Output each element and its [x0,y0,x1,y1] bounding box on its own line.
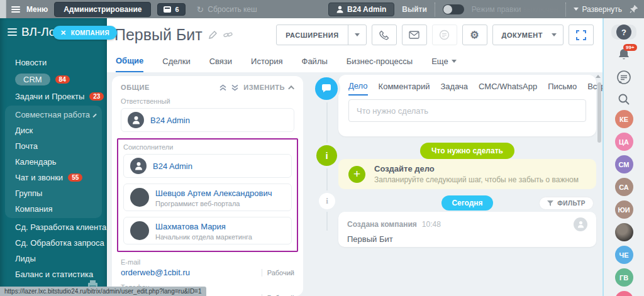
tab-sms-whatsapp[interactable]: СМС/WhatsApp [479,82,537,95]
reset-cache-label: Сбросить кеш [208,5,257,14]
collapse-all-icon[interactable] [219,84,226,91]
today-badge[interactable]: Сегодня [441,195,492,211]
sidebar-item-groups[interactable]: Группы [5,185,102,201]
fullscreen-icon [576,30,586,40]
plus-icon[interactable]: + [348,166,365,183]
user-avatar[interactable]: КЕ [615,110,633,128]
sidebar-item-company[interactable]: Компания [5,201,102,217]
company-badge-label: КОМПАНИЯ [71,30,109,36]
coexecutor-row[interactable]: Шахматова Мария Начальник отдела маркети… [123,217,292,244]
menu-button[interactable]: Меню [26,5,48,14]
event-author-avatar[interactable] [574,217,587,231]
sidebar: ВЛ-Лод ✕ КОМПАНИЯ Новости CRM 84 Задачи … [0,18,107,296]
responsible-label: Ответственный [121,97,294,105]
coexecutor-name[interactable]: Шахматова Мария [155,222,226,231]
email-value[interactable]: orderweb@1cbit.ru [121,268,190,277]
expand-button[interactable]: Развернуть [574,5,622,14]
tab-relations[interactable]: Связи [209,56,232,72]
edit-title-icon[interactable] [209,31,217,39]
scrollbar[interactable] [597,82,601,143]
sidebar-item-tasks[interactable]: Задачи и Проекты 23 [0,89,107,104]
tab-task[interactable]: Задача [440,82,468,95]
sidebar-item-collaboration[interactable]: Совместная работа [5,107,102,123]
expand-all-icon[interactable] [231,84,238,91]
email-button[interactable] [402,25,427,45]
search-button[interactable] [618,93,630,106]
call-button[interactable] [372,25,397,45]
tab-activity[interactable]: Дело [348,81,368,96]
entity-header: Первый Бит РАСШИРЕНИЯ ⚙ ДОКУМЕНТ [107,18,602,72]
extensions-dropdown[interactable] [348,25,366,45]
coexecutors-label: Соисполнители [123,143,292,151]
company-filter-badge[interactable]: ✕ КОМПАНИЯ [53,26,117,40]
tab-history[interactable]: История [251,56,282,72]
tab-more[interactable]: Еще [431,56,456,72]
todo-submit-button[interactable]: Что нужно сделать [420,143,514,159]
tab-comment[interactable]: Комментарий [379,82,430,95]
user-avatar[interactable]: ЦА [615,133,633,151]
tab-deals[interactable]: Сделки [162,56,190,72]
tab-general[interactable]: Общие [116,56,143,72]
tab-letter[interactable]: Письмо [548,82,577,95]
user-avatar[interactable]: ЧЕ [615,246,633,264]
help-button[interactable]: ? [611,25,636,40]
todo-input[interactable] [348,99,586,122]
reset-cache-button[interactable]: ↻ Сбросить кеш [197,4,257,14]
sidebar-item-drive[interactable]: Диск [5,123,102,138]
responsible-name[interactable]: B24 Admin [150,116,190,125]
activity-card: Дело Комментарий Задача СМС/WhatsApp Пис… [338,75,596,136]
close-icon[interactable]: ✕ [60,29,67,37]
settings-button[interactable]: ⚙ [462,25,487,45]
sidebar-item-chat[interactable]: Чат и звонки 55 [5,170,102,185]
notifications-button[interactable]: 99+ [617,48,631,62]
edit-mode-toggle[interactable] [443,4,464,14]
coexecutor-row[interactable]: Шевцов Артем Александрович Программист в… [123,184,292,211]
disc-app-button[interactable] [432,25,457,45]
chat-lines-icon [616,70,631,85]
document-dropdown[interactable] [552,25,563,45]
tab-files[interactable]: Файлы [302,56,328,72]
sidebar-item-crm[interactable]: CRM 84 [0,70,107,89]
sidebar-hamburger-icon[interactable] [8,28,17,36]
user-avatar[interactable]: ЮИ [615,200,633,219]
extensions-button[interactable]: РАСШИРЕНИЯ [276,25,366,45]
chevron-up-icon[interactable] [288,85,294,91]
scroll-up-arrow[interactable] [596,75,601,78]
user-button[interactable]: B24 Admin [328,3,394,16]
user-avatar[interactable]: ГВ [615,268,633,287]
pin-icon[interactable] [630,5,638,13]
edit-link[interactable]: ИЗМЕНИТЬ [243,84,285,91]
notifications-counter-button[interactable]: 6 [157,3,185,16]
top-bar: Меню Администрирование 6 ↻ Сбросить кеш … [0,0,644,18]
logout-button[interactable]: Выйти [402,5,427,14]
user-avatar[interactable]: ФС [615,291,633,296]
section-title: ОБЩИЕ [121,84,150,91]
sidebar-item-leads[interactable]: Лиды [0,251,107,266]
coexecutor-row[interactable]: B24 Admin [123,154,292,178]
sidebar-item-calendar[interactable]: Календарь [5,154,102,170]
responsible-row[interactable]: B24 Admin [121,108,294,132]
coexecutor-name[interactable]: Шевцов Артем Александрович [155,189,272,198]
sidebar-item-request-processing[interactable]: Сд. Обработка запроса [0,235,107,251]
tab-bizproc[interactable]: Бизнес-процессы [347,56,413,72]
messenger-button[interactable] [616,70,631,85]
fullscreen-button[interactable] [569,25,594,45]
timeline-chat-marker [315,77,338,100]
sidebar-item-news[interactable]: Новости [0,55,107,70]
hamburger-icon[interactable] [11,6,20,13]
administration-button[interactable]: Администрирование [54,2,151,17]
document-button[interactable]: ДОКУМЕНТ [492,25,564,45]
filter-button[interactable]: ФИЛЬТР [539,197,594,210]
coexecutor-name[interactable]: B24 Admin [153,162,192,171]
event-card: Создана компания 10:48 Первый Бит [338,212,596,247]
search-icon [618,93,630,106]
user-avatar[interactable]: СМ [615,155,633,173]
user-avatar-photo[interactable] [615,223,633,241]
user-avatar[interactable]: СА [615,178,633,196]
create-activity-card[interactable]: + Создайте дело Запланируйте следующий ш… [338,159,596,189]
sidebar-item-client-dev[interactable]: Сд. Разработка клиента [0,219,107,235]
user-name: B24 Admin [347,5,386,14]
divider [435,3,435,16]
sidebar-item-mail[interactable]: Почта [5,138,102,154]
link-icon[interactable] [223,31,233,39]
